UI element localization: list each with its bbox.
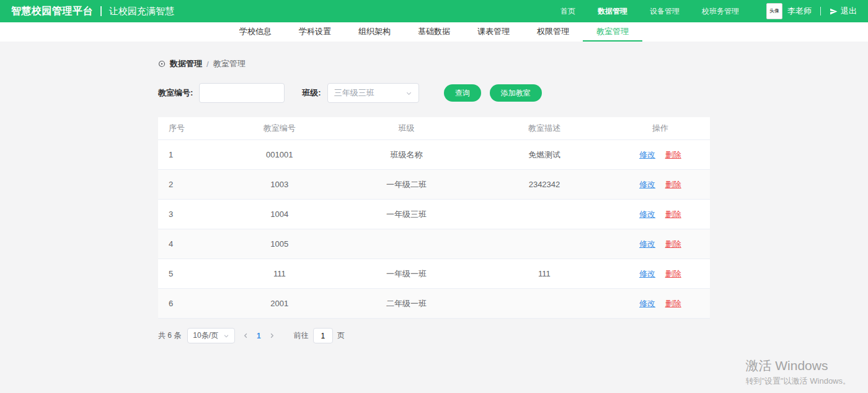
delete-link[interactable]: 删除: [665, 150, 681, 159]
page-size-value: 10条/页: [193, 330, 218, 341]
chevron-down-icon: [223, 333, 229, 339]
sub-nav-tabs: 学校信息 学科设置 组织架构 基础数据 课表管理 权限管理 教室管理: [0, 22, 868, 42]
cell-room: 001001: [224, 150, 335, 159]
room-number-input[interactable]: [199, 83, 285, 103]
page-size-select[interactable]: 10条/页: [187, 328, 235, 343]
edit-link[interactable]: 修改: [639, 210, 655, 219]
goto-page-input[interactable]: [313, 328, 333, 343]
watermark-line1: 激活 Windows: [745, 357, 851, 374]
tab-org-structure[interactable]: 组织架构: [345, 22, 404, 42]
breadcrumb-section[interactable]: 数据管理: [170, 58, 202, 69]
table-row: 4 1005 修改 删除: [158, 229, 710, 259]
cell-index: 2: [158, 180, 224, 189]
username[interactable]: 李老师: [787, 6, 812, 17]
logout-button[interactable]: 退出: [830, 6, 857, 17]
top-nav-device-management[interactable]: 设备管理: [650, 6, 680, 17]
cell-desc: 2342342: [478, 180, 611, 189]
user-area: 头像 李老师 退出: [766, 3, 857, 19]
edit-link[interactable]: 修改: [639, 150, 655, 159]
delete-link[interactable]: 删除: [665, 239, 681, 249]
cell-index: 1: [158, 150, 224, 159]
delete-link[interactable]: 删除: [665, 299, 681, 308]
cell-actions: 修改 删除: [611, 209, 710, 220]
tab-timetable[interactable]: 课表管理: [464, 22, 523, 42]
top-nav-data-management[interactable]: 数据管理: [598, 6, 627, 17]
page-number[interactable]: 1: [257, 332, 261, 340]
avatar[interactable]: 头像: [766, 3, 782, 19]
search-button[interactable]: 查询: [444, 84, 481, 102]
column-header-class: 班级: [335, 123, 478, 134]
top-nav: 首页 数据管理 设备管理 校班务管理: [560, 6, 739, 17]
tab-classroom-management[interactable]: 教室管理: [583, 22, 642, 42]
cell-index: 3: [158, 210, 224, 219]
edit-link[interactable]: 修改: [639, 299, 655, 308]
top-nav-home[interactable]: 首页: [560, 6, 575, 17]
cell-room: 1005: [224, 239, 335, 249]
table-row: 5 111 一年级一班 111 修改 删除: [158, 259, 710, 289]
cell-actions: 修改 删除: [611, 179, 710, 190]
chevron-down-icon: [405, 90, 412, 97]
cell-room: 2001: [224, 299, 335, 308]
cell-room: 1004: [224, 210, 335, 219]
next-page-icon[interactable]: [268, 332, 275, 339]
cell-actions: 修改 删除: [611, 239, 710, 250]
column-header-room: 教室编号: [224, 123, 335, 134]
cell-index: 4: [158, 239, 224, 249]
cell-index: 6: [158, 299, 224, 308]
breadcrumb: 数据管理 / 教室管理: [158, 58, 710, 69]
cell-index: 5: [158, 269, 224, 278]
delete-link[interactable]: 删除: [665, 269, 681, 278]
cell-class: 一年级三班: [335, 209, 478, 220]
goto-label: 前往: [294, 330, 309, 341]
cell-class: 一年级一班: [335, 268, 478, 280]
table-row: 6 2001 二年级一班 修改 删除: [158, 289, 710, 319]
cell-class: 班级名称: [335, 149, 478, 161]
add-classroom-button[interactable]: 添加教室: [490, 84, 542, 102]
location-icon: [158, 60, 166, 68]
edit-link[interactable]: 修改: [639, 239, 655, 249]
app-slogan: 让校园充满智慧: [109, 6, 174, 17]
table-header: 序号 教室编号 班级 教室描述 操作: [158, 117, 710, 140]
cell-desc: 免燃测试: [478, 149, 611, 161]
app-header: 智慧校园管理平台 让校园充满智慧 首页 数据管理 设备管理 校班务管理 头像 李…: [0, 0, 868, 22]
class-select[interactable]: 三年级三班: [327, 83, 419, 103]
cell-actions: 修改 删除: [611, 149, 710, 161]
column-header-index: 序号: [158, 123, 224, 134]
page-suffix-label: 页: [337, 330, 345, 341]
header-divider: [820, 7, 821, 15]
tab-school-info[interactable]: 学校信息: [226, 22, 285, 42]
cell-class: 一年级二班: [335, 179, 478, 190]
delete-link[interactable]: 删除: [665, 210, 681, 219]
brand-divider: [100, 6, 102, 16]
main-content: 数据管理 / 教室管理 教室编号: 班级: 三年级三班 查询 添加教室 序号 教…: [158, 58, 710, 343]
cell-class: 二年级一班: [335, 298, 478, 309]
prev-page-icon[interactable]: [242, 332, 249, 339]
cell-desc: 111: [478, 269, 611, 278]
cell-actions: 修改 删除: [611, 268, 710, 280]
pagination-total: 共 6 条: [158, 330, 181, 341]
class-label: 班级:: [302, 87, 321, 99]
watermark-line2: 转到"设置"以激活 Windows。: [745, 376, 851, 387]
windows-activation-watermark: 激活 Windows 转到"设置"以激活 Windows。: [745, 357, 851, 387]
cell-room: 111: [224, 269, 335, 278]
breadcrumb-separator: /: [206, 60, 209, 69]
tab-subject-settings[interactable]: 学科设置: [285, 22, 345, 42]
column-header-desc: 教室描述: [478, 123, 611, 134]
edit-link[interactable]: 修改: [639, 180, 655, 189]
tab-base-data[interactable]: 基础数据: [404, 22, 464, 42]
filter-bar: 教室编号: 班级: 三年级三班 查询 添加教室: [158, 83, 710, 103]
cell-actions: 修改 删除: [611, 298, 710, 309]
room-number-label: 教室编号:: [158, 87, 193, 99]
delete-link[interactable]: 删除: [665, 180, 681, 189]
logout-icon: [830, 7, 838, 15]
class-select-value: 三年级三班: [334, 87, 374, 99]
table-row: 3 1004 一年级三班 修改 删除: [158, 200, 710, 229]
breadcrumb-current: 教室管理: [213, 58, 246, 69]
top-nav-class-affairs[interactable]: 校班务管理: [702, 6, 739, 17]
column-header-actions: 操作: [611, 123, 710, 134]
header-right: 首页 数据管理 设备管理 校班务管理 头像 李老师 退出: [560, 3, 857, 19]
tab-permissions[interactable]: 权限管理: [523, 22, 583, 42]
cell-room: 1003: [224, 180, 335, 189]
logout-label: 退出: [841, 6, 857, 17]
edit-link[interactable]: 修改: [639, 269, 655, 278]
